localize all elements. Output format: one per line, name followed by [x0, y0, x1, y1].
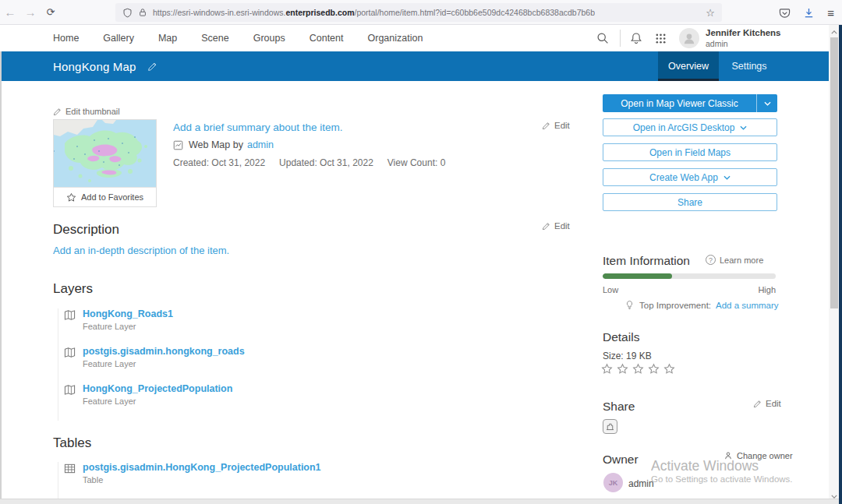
url-bar[interactable]: https://esri-windows-in.esri-windows.ent…: [115, 3, 722, 22]
rating-star-icon[interactable]: [601, 363, 613, 375]
item-information-heading: Item Information: [603, 254, 690, 268]
nav-item-organization[interactable]: Organization: [368, 33, 423, 44]
activate-windows-subtext: Go to Settings to activate Windows.: [651, 474, 793, 484]
share-button[interactable]: Share: [603, 193, 777, 211]
lock-icon: [140, 9, 146, 16]
open-field-maps-button[interactable]: Open in Field Maps: [603, 143, 777, 161]
nav-item-gallery[interactable]: Gallery: [103, 33, 134, 44]
forward-icon[interactable]: →: [20, 5, 41, 19]
feature-layer-icon: [64, 384, 76, 396]
button-label: Share: [677, 197, 702, 208]
edit-thumbnail-button[interactable]: Edit thumbnail: [53, 107, 120, 116]
edit-item-button[interactable]: Edit: [542, 121, 570, 130]
layers-heading: Layers: [53, 281, 93, 297]
nav-item-home[interactable]: Home: [53, 33, 79, 44]
nav-item-map[interactable]: Map: [158, 33, 177, 44]
layer-type: Feature Layer: [83, 322, 173, 331]
user-role: admin: [706, 39, 781, 49]
add-summary-link[interactable]: Add a brief summary about the item.: [173, 122, 343, 133]
chevron-down-icon: [723, 175, 731, 180]
learn-more-label: Learn more: [720, 256, 763, 265]
refresh-icon[interactable]: ⟳: [41, 6, 61, 18]
bookmark-star-icon[interactable]: ☆: [706, 7, 715, 19]
item-type-row: Web Map by admin: [173, 139, 274, 150]
chevron-down-icon: [740, 125, 747, 130]
add-a-summary-link[interactable]: Add a summary: [716, 301, 779, 310]
menu-icon[interactable]: ≡: [827, 6, 834, 19]
scroll-up-icon[interactable]: [829, 27, 839, 37]
pencil-icon: [53, 107, 62, 116]
item-rating[interactable]: [601, 363, 675, 375]
add-description-link[interactable]: Add an in-depth description of the item.: [53, 245, 229, 256]
url-text: https://esri-windows-in.esri-windows.ent…: [153, 8, 595, 17]
nav-item-scene[interactable]: Scene: [201, 33, 228, 44]
progress-high-label: High: [748, 285, 776, 294]
scrollbar-thumb[interactable]: [830, 37, 838, 308]
pocket-icon[interactable]: [779, 7, 791, 19]
layer-link[interactable]: postgis.gisadmin.hongkong_roads: [83, 346, 245, 357]
details-heading: Details: [603, 330, 639, 344]
rating-star-icon[interactable]: [663, 363, 675, 375]
tabs: Overview Settings: [658, 51, 780, 81]
button-label: Create Web App: [649, 172, 718, 183]
item-thumbnail-map[interactable]: [54, 120, 156, 187]
layers-list: HongKong_Roads1 Feature Layer postgis.gi…: [58, 308, 541, 421]
user-info[interactable]: Jennifer Kitchens admin: [706, 27, 781, 49]
open-arcgis-desktop-button[interactable]: Open in ArcGIS Desktop: [603, 118, 777, 136]
nav-item-groups[interactable]: Groups: [253, 33, 285, 44]
edit-thumbnail-label: Edit thumbnail: [65, 107, 120, 116]
back-icon[interactable]: ←: [0, 5, 20, 19]
nav-item-content[interactable]: Content: [310, 33, 344, 44]
nav-items: Home Gallery Map Scene Groups Content Or…: [53, 25, 423, 51]
table-icon: [64, 463, 76, 474]
rating-star-icon[interactable]: [632, 363, 644, 375]
create-web-app-button[interactable]: Create Web App: [603, 168, 777, 186]
rating-star-icon[interactable]: [617, 363, 628, 375]
created-date: Created: Oct 31, 2022: [173, 157, 265, 168]
table-type: Table: [83, 475, 321, 485]
tables-list: postgis.gisadmin.HongKong_ProjectedPopul…: [58, 462, 541, 499]
button-label: Open in Field Maps: [649, 147, 731, 158]
layer-link[interactable]: HongKong_Roads1: [83, 308, 173, 319]
window-left-edge: [0, 51, 2, 499]
edit-label: Edit: [554, 221, 570, 231]
owner-avatar[interactable]: JK: [603, 473, 623, 492]
rating-star-icon[interactable]: [648, 363, 660, 375]
download-icon[interactable]: [803, 7, 815, 19]
shared-organization-icon: [603, 419, 617, 434]
item-title-bar: HongKong Map Overview Settings: [0, 51, 829, 81]
layer-type: Feature Layer: [83, 397, 232, 406]
open-map-viewer-classic-button[interactable]: Open in Map Viewer Classic: [603, 94, 777, 112]
item-information-progress-bar: [603, 273, 776, 279]
item-info-progress-fill: [603, 273, 672, 279]
add-to-favorites-button[interactable]: Add to Favorites: [54, 187, 156, 206]
vertical-scrollbar[interactable]: [829, 25, 839, 504]
search-icon[interactable]: [596, 32, 609, 44]
layer-type: Feature Layer: [83, 359, 245, 368]
shield-icon: [124, 9, 131, 17]
page-title: HongKong Map: [53, 60, 136, 73]
user-avatar[interactable]: [679, 28, 699, 48]
layer-link[interactable]: HongKong_ProjectedPopulation: [83, 383, 232, 394]
notifications-bell-icon[interactable]: [630, 32, 642, 44]
table-link[interactable]: postgis.gisadmin.HongKong_ProjectedPopul…: [83, 462, 321, 473]
building-icon: [605, 421, 615, 432]
tab-overview[interactable]: Overview: [658, 51, 719, 81]
learn-more-link[interactable]: ? Learn more: [706, 255, 763, 265]
user-name: Jennifer Kitchens: [706, 27, 781, 38]
edit-description-button[interactable]: Edit: [542, 221, 570, 231]
share-heading: Share: [603, 400, 635, 414]
person-icon: [682, 31, 696, 45]
map-viewer-dropdown-toggle[interactable]: [756, 94, 777, 112]
edit-share-button[interactable]: Edit: [753, 399, 781, 408]
app-launcher-grid-icon[interactable]: [655, 33, 667, 44]
item-owner-link[interactable]: admin: [247, 139, 274, 150]
edit-label: Edit: [554, 121, 570, 130]
tab-settings[interactable]: Settings: [719, 51, 780, 81]
item-thumbnail-card: Add to Favorites: [53, 119, 157, 207]
item-size: Size: 19 KB: [603, 351, 652, 361]
top-improvement-row: Top Improvement: Add a summary: [624, 300, 779, 310]
edit-title-pencil-icon[interactable]: [147, 62, 157, 72]
progress-low-label: Low: [603, 285, 618, 294]
tables-heading: Tables: [53, 435, 91, 451]
